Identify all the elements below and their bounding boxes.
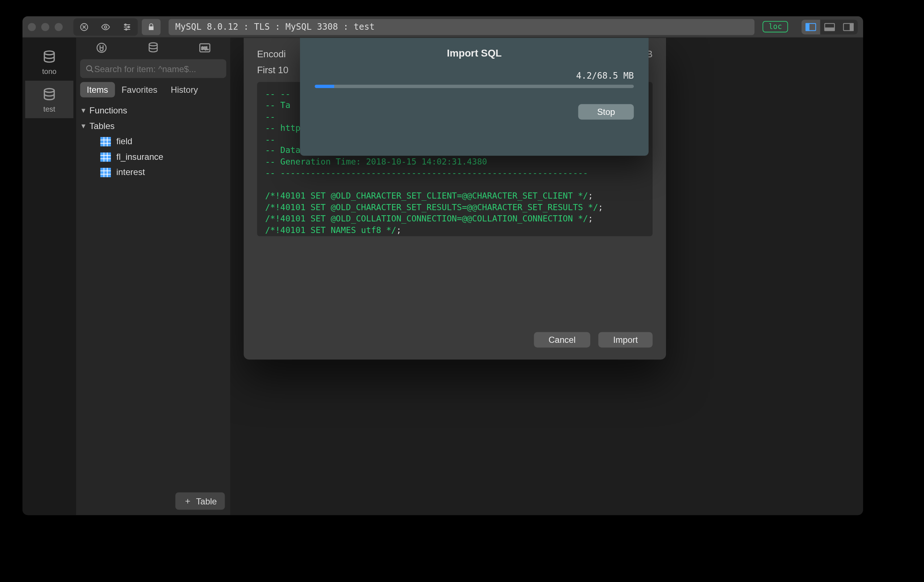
tab-items[interactable]: Items (80, 82, 115, 97)
sql-editor-icon[interactable]: SQL (198, 42, 211, 55)
chevron-down-icon: ▼ (80, 122, 87, 129)
stop-button[interactable]: Stop (578, 104, 634, 120)
svg-point-1 (104, 25, 107, 28)
svg-point-17 (87, 65, 92, 70)
app-window: MySQL 8.0.12 : TLS : MySQL 3308 : test l… (23, 16, 863, 515)
svg-rect-27 (101, 158, 111, 159)
svg-text:SQL: SQL (201, 46, 208, 51)
svg-rect-19 (104, 137, 104, 146)
close-icon[interactable] (28, 23, 36, 31)
search-input[interactable] (94, 63, 221, 74)
connection-rail: tono test (23, 38, 76, 515)
svg-rect-8 (825, 28, 835, 30)
group-tables[interactable]: ▼ Tables (79, 118, 230, 134)
progress-title: Import SQL (447, 47, 502, 58)
svg-rect-28 (101, 167, 111, 177)
svg-point-12 (44, 88, 54, 92)
item-search[interactable] (80, 59, 226, 78)
svg-rect-23 (101, 152, 111, 162)
svg-rect-31 (101, 170, 111, 171)
table-name: field (116, 136, 132, 147)
svg-rect-20 (107, 137, 107, 146)
svg-rect-26 (101, 155, 111, 155)
item-panel: SQL Items Favorites History ▼ Functions … (76, 38, 231, 515)
chevron-down-icon: ▼ (80, 107, 87, 114)
db-tab-test[interactable]: test (25, 81, 73, 119)
tab-favorites[interactable]: Favorites (115, 82, 164, 97)
cancel-button[interactable]: Cancel (534, 332, 590, 348)
lock-icon[interactable] (142, 18, 160, 35)
svg-rect-22 (101, 143, 111, 143)
layout-toggle (802, 19, 858, 34)
svg-rect-6 (806, 23, 809, 30)
zoom-icon[interactable] (55, 23, 63, 31)
svg-rect-30 (107, 167, 107, 177)
tab-history[interactable]: History (164, 82, 205, 97)
import-button[interactable]: Import (598, 332, 653, 348)
db-tab-label: test (43, 105, 55, 113)
main-area: Encodi 8.5 MB First 10 -- -- -- Ta -- --… (231, 38, 863, 515)
minimize-icon[interactable] (41, 23, 49, 31)
search-icon (86, 64, 94, 73)
right-panel-toggle[interactable] (839, 19, 858, 34)
table-row[interactable]: fl_insurance (79, 149, 230, 165)
add-table-label: Table (196, 496, 217, 506)
svg-rect-29 (104, 167, 104, 177)
svg-rect-25 (107, 152, 107, 162)
group-label: Tables (89, 121, 115, 131)
table-icon (101, 152, 111, 162)
db-tab-tono[interactable]: tono (25, 43, 73, 81)
cancel-query-icon[interactable] (75, 19, 94, 34)
sidebar-tabs: Items Favorites History (80, 82, 226, 97)
db-tab-label: tono (42, 68, 56, 75)
database-icon[interactable] (147, 41, 159, 56)
titlebar: MySQL 8.0.12 : TLS : MySQL 3308 : test l… (23, 16, 863, 38)
import-progress-dialog: Import SQL 4.2/68.5 MB Stop (300, 38, 648, 156)
table-icon (101, 167, 111, 177)
table-row[interactable]: interest (79, 165, 230, 180)
plus-icon: ＋ (183, 495, 192, 507)
visibility-icon[interactable] (96, 19, 115, 34)
progress-label: 4.2/68.5 MB (315, 71, 634, 81)
table-icon (101, 137, 111, 146)
group-functions[interactable]: ▼ Functions (79, 103, 230, 119)
import-sql-dialog: Encodi 8.5 MB First 10 -- -- -- Ta -- --… (244, 38, 667, 359)
svg-rect-21 (101, 139, 111, 140)
schema-tree: ▼ Functions ▼ Tables field fl_insurance (76, 100, 231, 515)
table-name: fl_insurance (116, 152, 163, 162)
svg-point-14 (149, 43, 157, 45)
connection-string[interactable]: MySQL 8.0.12 : TLS : MySQL 3308 : test (168, 18, 754, 35)
settings-sliders-icon[interactable] (118, 19, 137, 34)
svg-point-11 (44, 51, 54, 55)
table-row[interactable]: field (79, 134, 230, 149)
svg-rect-10 (850, 23, 853, 30)
svg-point-3 (128, 26, 129, 28)
group-label: Functions (89, 106, 127, 115)
left-panel-toggle[interactable] (802, 19, 820, 34)
plugin-icon[interactable] (96, 41, 107, 56)
svg-point-2 (125, 23, 126, 25)
svg-rect-32 (101, 173, 111, 174)
progress-track (315, 85, 634, 88)
bottom-panel-toggle[interactable] (820, 19, 839, 34)
svg-rect-18 (101, 137, 111, 146)
svg-rect-24 (104, 152, 104, 162)
svg-point-4 (125, 28, 127, 30)
env-badge: loc (763, 21, 788, 32)
progress-fill (315, 85, 334, 88)
table-name: interest (116, 167, 145, 177)
window-controls (28, 23, 63, 31)
add-table-button[interactable]: ＋ Table (175, 493, 225, 510)
encoding-label: Encodi (257, 49, 286, 59)
